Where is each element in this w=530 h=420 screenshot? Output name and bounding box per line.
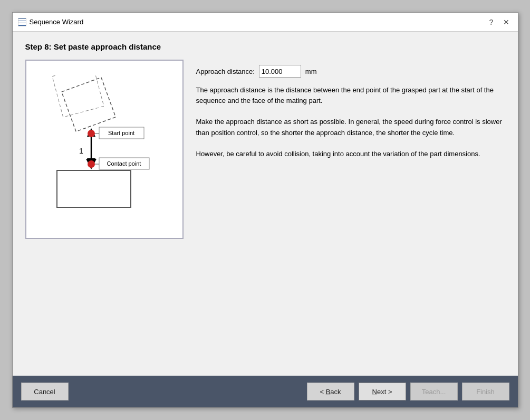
svg-rect-2: [18, 23, 26, 25]
close-button[interactable]: ✕: [500, 16, 513, 28]
approach-unit: mm: [305, 68, 317, 75]
description-line1: The approach distance is the distance be…: [196, 85, 505, 106]
svg-text:Contact point: Contact point: [107, 160, 141, 167]
seq-wizard-icon: [18, 18, 26, 26]
right-panel: Approach distance: mm The approach dista…: [196, 60, 505, 159]
svg-text:1: 1: [79, 147, 83, 155]
svg-point-14: [88, 160, 95, 168]
approach-row: Approach distance: mm: [196, 65, 505, 78]
description-line2: Make the approach distance as short as p…: [196, 117, 505, 138]
cancel-button[interactable]: Cancel: [21, 383, 69, 400]
wizard-window: Sequence Wizard ? ✕ Step 8: Set paste ap…: [12, 12, 518, 408]
next-button[interactable]: Next >: [359, 383, 406, 400]
description-line3: However, be careful to avoid collision, …: [196, 149, 505, 159]
svg-rect-18: [57, 170, 131, 207]
step-title: Step 8: Set paste approach distance: [25, 42, 505, 51]
svg-text:Start point: Start point: [108, 130, 134, 136]
teach-button[interactable]: Teach...: [410, 383, 458, 400]
diagram-box: 1 Start point Contact point: [25, 60, 184, 239]
svg-point-10: [88, 130, 95, 137]
title-bar: Sequence Wizard ? ✕: [13, 13, 518, 32]
footer-right: < Back Next > Teach... Finish: [307, 383, 509, 400]
content-area: Step 8: Set paste approach distance: [13, 32, 518, 376]
diagram-svg: 1 Start point Contact point: [41, 75, 168, 223]
finish-button[interactable]: Finish: [462, 383, 509, 400]
approach-distance-label: Approach distance:: [196, 68, 255, 75]
approach-distance-input[interactable]: [259, 65, 301, 78]
description-block: The approach distance is the distance be…: [196, 85, 505, 159]
footer: Cancel < Back Next > Teach... Finish: [13, 376, 518, 407]
svg-rect-3: [61, 78, 115, 132]
footer-left: Cancel: [21, 383, 69, 400]
back-button[interactable]: < Back: [307, 383, 354, 400]
main-content: 1 Start point Contact point: [25, 60, 505, 365]
svg-rect-4: [52, 75, 104, 117]
title-buttons: ? ✕: [485, 16, 513, 28]
svg-rect-0: [18, 19, 26, 21]
help-button[interactable]: ?: [485, 16, 498, 28]
svg-rect-1: [18, 21, 26, 23]
window-title: Sequence Wizard: [30, 18, 84, 26]
title-bar-left: Sequence Wizard: [18, 18, 84, 26]
